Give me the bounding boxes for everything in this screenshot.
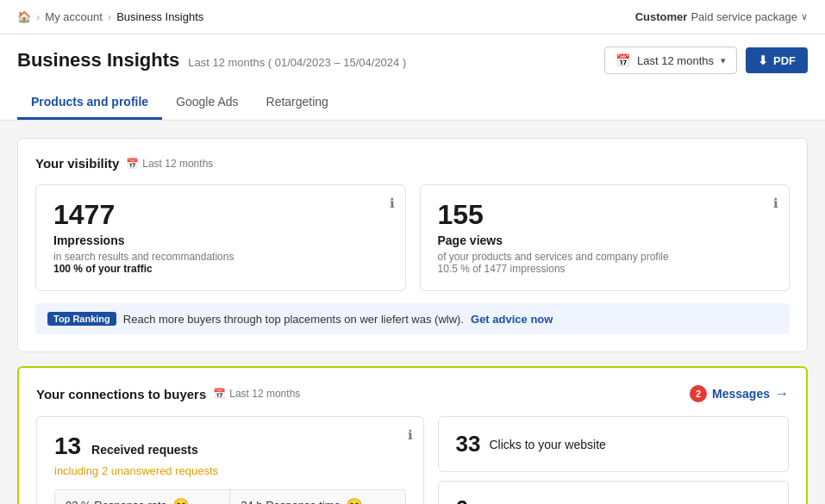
calendar-icon: 📅 (616, 53, 630, 67)
tab-google-ads[interactable]: Google Ads (162, 86, 252, 120)
get-advice-link[interactable]: Get advice now (471, 313, 553, 326)
clicks-column: 33 Clicks to your website 6 Clicks on yo… (438, 416, 790, 504)
response-stats-row: 92 % Response rate 😊 24 h Response time … (54, 489, 406, 504)
clicks-website-card: 33 Clicks to your website (438, 416, 790, 472)
impressions-card: ℹ 1477 Impressions in search results and… (35, 184, 406, 291)
impressions-sublabel2: 100 % of your traffic (53, 263, 388, 275)
requests-info-icon[interactable]: ℹ (408, 427, 413, 443)
pageviews-card: ℹ 155 Page views of your products and se… (420, 184, 791, 291)
pdf-label: PDF (773, 54, 796, 67)
main-content: Your visibility 📅 Last 12 months ℹ 1477 … (0, 121, 825, 504)
calendar-small-icon: 📅 (213, 388, 226, 400)
unanswered-label: including 2 unanswered requests (54, 464, 218, 477)
requests-card: ℹ 13 Received requests including 2 unans… (36, 416, 424, 504)
chevron-down-icon: ∨ (801, 11, 808, 22)
calendar-small-icon: 📅 (126, 158, 139, 170)
pdf-download-button[interactable]: ⬇ PDF (746, 47, 808, 73)
requests-label: Received requests (91, 443, 198, 457)
visibility-section-title: Your visibility 📅 Last 12 months (35, 156, 790, 171)
package-label: Paid service package (691, 10, 797, 23)
top-ranking-banner: Top Ranking Reach more buyers through to… (35, 303, 790, 334)
pageviews-number: 155 (438, 201, 772, 228)
messages-link[interactable]: 2 Messages → (690, 385, 789, 402)
response-time-stat: 24 h Response time 😊 (230, 490, 404, 504)
impressions-sublabel1: in search results and recommandations (53, 251, 388, 263)
visibility-metrics: ℹ 1477 Impressions in search results and… (35, 184, 790, 291)
page-title: Business Insights (17, 49, 179, 72)
date-range-label: Last 12 months ( 01/04/2023 – 15/04/2024… (188, 56, 406, 69)
response-time-label: 24 h Response time (241, 499, 341, 504)
breadcrumb: 🏠 › My account › Business Insights (17, 10, 203, 23)
date-picker-button[interactable]: 📅 Last 12 months ▾ (604, 47, 737, 74)
connections-header: Your connections to buyers 📅 Last 12 mon… (36, 385, 789, 402)
customer-info: Customer Paid service package ∨ (635, 10, 808, 23)
banner-text: Reach more buyers through top placements… (123, 313, 464, 326)
response-rate-stat: 92 % Response rate 😊 (55, 490, 230, 504)
breadcrumb-my-account[interactable]: My account (45, 10, 102, 23)
clicks-website-number: 33 (456, 431, 481, 457)
top-ranking-badge: Top Ranking (47, 312, 116, 326)
messages-label: Messages (712, 387, 770, 401)
breadcrumb-separator-2: › (108, 10, 111, 23)
impressions-info-icon[interactable]: ℹ (390, 196, 395, 211)
connections-section: Your connections to buyers 📅 Last 12 mon… (17, 366, 808, 504)
chevron-down-icon: ▾ (721, 55, 726, 66)
impressions-label: Impressions (53, 233, 388, 247)
visibility-section: Your visibility 📅 Last 12 months ℹ 1477 … (17, 138, 808, 352)
header-actions: 📅 Last 12 months ▾ ⬇ PDF (604, 47, 808, 74)
messages-badge: 2 (690, 385, 707, 402)
connections-period: 📅 Last 12 months (213, 388, 300, 400)
home-icon[interactable]: 🏠 (17, 10, 31, 23)
clicks-phone-card: 6 Clicks on your phone number (438, 481, 790, 504)
connections-section-title: Your connections to buyers 📅 Last 12 mon… (36, 387, 300, 401)
tab-products-and-profile[interactable]: Products and profile (17, 86, 162, 120)
clicks-website-label: Clicks to your website (489, 438, 605, 451)
page-title-group: Business Insights Last 12 months ( 01/04… (17, 49, 406, 72)
connections-metrics: ℹ 13 Received requests including 2 unans… (36, 416, 789, 504)
tabs: Products and profile Google Ads Retarget… (17, 86, 808, 120)
clicks-phone-number: 6 (456, 495, 468, 504)
page-header: Business Insights Last 12 months ( 01/04… (0, 34, 825, 121)
tab-retargeting[interactable]: Retargeting (253, 86, 342, 120)
page-title-row: Business Insights Last 12 months ( 01/04… (17, 47, 808, 74)
impressions-number: 1477 (53, 201, 388, 228)
breadcrumb-separator-1: › (36, 10, 40, 23)
top-bar: 🏠 › My account › Business Insights Custo… (0, 0, 825, 34)
pageviews-label: Page views (438, 233, 772, 247)
pageviews-sublabel1: of your products and services and compan… (438, 251, 772, 263)
breadcrumb-current: Business Insights (116, 10, 203, 23)
smile-icon: 😊 (346, 497, 363, 504)
pageviews-info-icon[interactable]: ℹ (773, 196, 778, 211)
download-icon: ⬇ (758, 53, 768, 67)
date-picker-label: Last 12 months (637, 54, 714, 67)
requests-number: 13 (54, 432, 81, 459)
response-rate-label: 92 % Response rate (66, 499, 167, 504)
visibility-period: 📅 Last 12 months (126, 158, 213, 170)
customer-label: Customer (635, 10, 688, 23)
smile-icon: 😊 (172, 497, 190, 504)
arrow-right-icon: → (775, 386, 789, 401)
pageviews-sublabel2: 10.5 % of 1477 impressions (438, 263, 772, 275)
